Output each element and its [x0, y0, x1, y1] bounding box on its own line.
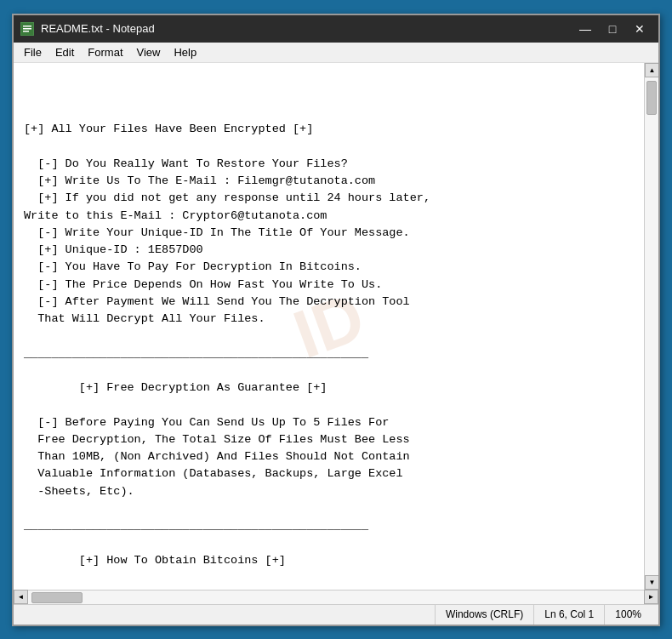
- vertical-scrollbar[interactable]: ▲ ▼: [644, 63, 658, 590]
- menu-bar: File Edit Format View Help: [14, 43, 658, 63]
- minimize-button[interactable]: —: [573, 20, 597, 38]
- content-area: ID [+] All Your Files Have Been Encrypte…: [14, 63, 658, 590]
- window-controls: — □ ✕: [573, 20, 652, 38]
- horizontal-scrollbar[interactable]: ◄ ►: [14, 590, 658, 604]
- menu-format[interactable]: Format: [81, 44, 129, 60]
- status-zoom: 100%: [604, 605, 652, 625]
- scroll-right-arrow[interactable]: ►: [644, 590, 658, 604]
- text-editor[interactable]: ID [+] All Your Files Have Been Encrypte…: [14, 63, 644, 590]
- menu-edit[interactable]: Edit: [48, 44, 81, 60]
- window-title: README.txt - Notepad: [41, 22, 573, 35]
- scroll-up-arrow[interactable]: ▲: [645, 63, 658, 77]
- status-encoding: Windows (CRLF): [435, 605, 533, 625]
- menu-view[interactable]: View: [130, 44, 168, 60]
- scroll-track-vertical[interactable]: [645, 77, 658, 575]
- scroll-thumb-horizontal[interactable]: [31, 592, 83, 603]
- svg-rect-3: [23, 31, 29, 32]
- status-bar: Windows (CRLF) Ln 6, Col 1 100%: [14, 604, 658, 625]
- text-content: [+] All Your Files Have Been Encrypted […: [24, 121, 634, 589]
- notepad-window: README.txt - Notepad — □ ✕ File Edit For…: [12, 14, 660, 626]
- svg-rect-2: [23, 28, 31, 30]
- app-icon: [20, 22, 34, 36]
- maximize-button[interactable]: □: [601, 20, 624, 38]
- menu-file[interactable]: File: [17, 44, 48, 60]
- scroll-track-horizontal[interactable]: [28, 591, 644, 604]
- svg-rect-1: [23, 26, 31, 27]
- bottom-area: ◄ ► Windows (CRLF) Ln 6, Col 1 100%: [14, 590, 658, 625]
- title-bar: README.txt - Notepad — □ ✕: [14, 15, 658, 43]
- scroll-left-arrow[interactable]: ◄: [14, 590, 28, 604]
- scroll-thumb-vertical[interactable]: [646, 81, 657, 115]
- close-button[interactable]: ✕: [628, 20, 652, 38]
- scroll-down-arrow[interactable]: ▼: [645, 575, 658, 590]
- menu-help[interactable]: Help: [167, 44, 203, 60]
- status-line-col: Ln 6, Col 1: [533, 605, 604, 625]
